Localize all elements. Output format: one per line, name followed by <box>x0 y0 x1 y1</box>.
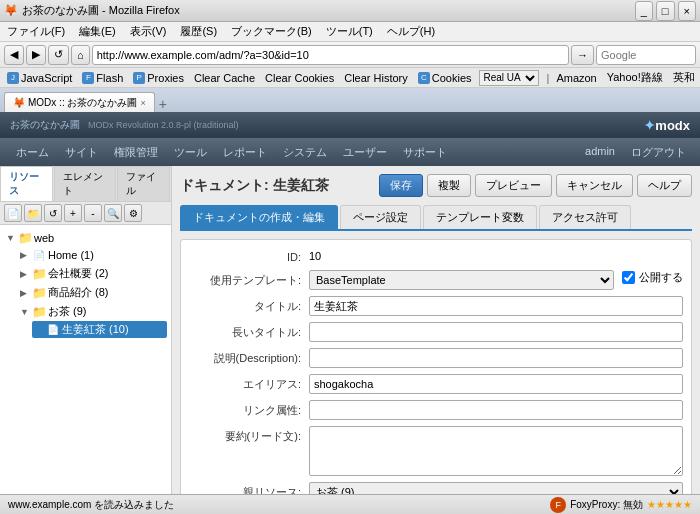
bookmark-flash[interactable]: F Flash <box>79 71 126 85</box>
tree-node-web-label[interactable]: ▼ 📁 web <box>4 230 167 246</box>
menu-help[interactable]: ヘルプ(H) <box>384 23 438 40</box>
expand-button[interactable]: + <box>64 204 82 222</box>
tree-node-products-label[interactable]: ▶ 📁 商品紹介 (8) <box>18 284 167 301</box>
bookmark-clear-history[interactable]: Clear History <box>341 71 411 85</box>
nav-tools[interactable]: ツール <box>166 145 215 160</box>
window-title: お茶のなかみ圃 - Mozilla Firefox <box>22 3 180 18</box>
publish-label: 公開する <box>639 270 683 285</box>
tab-page-settings[interactable]: ページ設定 <box>340 205 421 229</box>
active-tab[interactable]: 🦊 MODx :: お茶のなかみ圃 × <box>4 92 155 112</box>
tree-node-company-label[interactable]: ▶ 📁 会社概要 (2) <box>18 265 167 282</box>
folder-icon: 📁 <box>32 305 46 319</box>
form-section: ID: 10 使用テンプレート: BaseTemplate 公開する タイトル: <box>180 239 692 494</box>
bookmark-yahoo[interactable]: Yahoo!路線 <box>604 69 666 86</box>
bookmark-cookies[interactable]: C Cookies <box>415 71 475 85</box>
refresh-button[interactable]: ↺ <box>44 204 62 222</box>
long-title-input[interactable] <box>309 322 683 342</box>
minimize-button[interactable]: _ <box>635 1 653 21</box>
nav-user[interactable]: ユーザー <box>335 145 395 160</box>
bookmark-clear-cache[interactable]: Clear Cache <box>191 71 258 85</box>
home-button[interactable]: ⌂ <box>71 45 90 65</box>
bookmark-proxies[interactable]: P Proxies <box>130 71 187 85</box>
real-ua-select[interactable]: Real UA <box>479 70 539 86</box>
address-bar[interactable] <box>92 45 569 65</box>
help-button[interactable]: ヘルプ <box>637 174 692 197</box>
cancel-button[interactable]: キャンセル <box>556 174 633 197</box>
preview-button[interactable]: プレビュー <box>475 174 552 197</box>
search-tree-button[interactable]: 🔍 <box>104 204 122 222</box>
bookmarks-bar: J JavaScript F Flash P Proxies Clear Cac… <box>0 68 700 88</box>
copy-button[interactable]: 複製 <box>427 174 471 197</box>
tab-elements[interactable]: エレメント <box>54 166 116 201</box>
tab-bar: 🦊 MODx :: お茶のなかみ圃 × + <box>0 88 700 112</box>
new-folder-button[interactable]: 📁 <box>24 204 42 222</box>
maximize-button[interactable]: □ <box>656 1 675 21</box>
collapse-button[interactable]: - <box>84 204 102 222</box>
nav-site[interactable]: サイト <box>57 145 106 160</box>
folder-icon: 📁 <box>18 231 32 245</box>
bookmark-icon: C <box>418 72 430 84</box>
id-label: ID: <box>189 248 309 263</box>
bookmark-clear-cookies[interactable]: Clear Cookies <box>262 71 337 85</box>
title-input[interactable] <box>309 296 683 316</box>
parent-label: 親リソース: <box>189 482 309 494</box>
document-tabs: ドキュメントの作成・編集 ページ設定 テンプレート変数 アクセス許可 <box>180 205 692 231</box>
description-label: 説明(Description): <box>189 348 309 366</box>
menu-bar: ファイル(F) 編集(E) 表示(V) 履歴(S) ブックマーク(B) ツール(… <box>0 22 700 42</box>
nav-system[interactable]: システム <box>275 145 335 160</box>
bookmark-label: Proxies <box>147 72 184 84</box>
publish-checkbox[interactable] <box>622 271 635 284</box>
menu-view[interactable]: 表示(V) <box>127 23 170 40</box>
expand-icon: ▼ <box>20 307 30 317</box>
alias-input[interactable] <box>309 374 683 394</box>
foxy-icon: F <box>550 497 566 513</box>
tab-access[interactable]: アクセス許可 <box>539 205 631 229</box>
tab-template-vars[interactable]: テンプレート変数 <box>423 205 537 229</box>
parent-select[interactable]: お茶 (9) <box>309 482 683 494</box>
go-button[interactable]: → <box>571 45 594 65</box>
menu-bookmarks[interactable]: ブックマーク(B) <box>228 23 315 40</box>
reload-button[interactable]: ↺ <box>48 45 69 65</box>
tab-files[interactable]: ファイル <box>117 166 170 201</box>
menu-history[interactable]: 履歴(S) <box>177 23 220 40</box>
menu-tools[interactable]: ツール(T) <box>323 23 376 40</box>
tree-label: 会社概要 (2) <box>48 266 109 281</box>
tree-node-home-label[interactable]: ▶ 📄 Home (1) <box>18 247 167 263</box>
menu-edit[interactable]: 編集(E) <box>76 23 119 40</box>
tree-label: web <box>34 232 54 244</box>
back-button[interactable]: ◀ <box>4 45 24 65</box>
bookmark-eiwa[interactable]: 英和 <box>670 69 698 86</box>
doc-buttons: 保存 複製 プレビュー キャンセル ヘルプ <box>379 174 692 197</box>
summary-textarea[interactable] <box>309 426 683 476</box>
tree-node-ginger-tea-label[interactable]: 📄 生姜紅茶 (10) <box>32 321 167 338</box>
summary-label: 要約(リード文): <box>189 426 309 444</box>
menu-file[interactable]: ファイル(F) <box>4 23 68 40</box>
bookmark-amazon[interactable]: Amazon <box>553 71 599 85</box>
forward-button[interactable]: ▶ <box>26 45 46 65</box>
doc-header: ドキュメント: 生姜紅茶 保存 複製 プレビュー キャンセル ヘルプ <box>180 174 692 197</box>
description-input[interactable] <box>309 348 683 368</box>
tab-resources[interactable]: リソース <box>0 166 53 201</box>
bookmark-javascript[interactable]: J JavaScript <box>4 71 75 85</box>
browser-toolbar: ◀ ▶ ↺ ⌂ → <box>0 42 700 68</box>
nav-permissions[interactable]: 権限管理 <box>106 145 166 160</box>
left-panel-tabs: リソース エレメント ファイル <box>0 166 171 202</box>
nav-report[interactable]: レポート <box>215 145 275 160</box>
search-input[interactable] <box>596 45 696 65</box>
settings-tree-button[interactable]: ⚙ <box>124 204 142 222</box>
tree-label: 生姜紅茶 (10) <box>62 322 129 337</box>
save-button[interactable]: 保存 <box>379 174 423 197</box>
left-toolbar: 📄 📁 ↺ + - 🔍 ⚙ <box>0 202 171 225</box>
link-attr-input[interactable] <box>309 400 683 420</box>
tree-node-tea-label[interactable]: ▼ 📁 お茶 (9) <box>18 303 167 320</box>
tab-close-button[interactable]: × <box>140 98 145 108</box>
new-tab-button[interactable]: + <box>157 96 169 112</box>
nav-home[interactable]: ホーム <box>8 145 57 160</box>
new-doc-button[interactable]: 📄 <box>4 204 22 222</box>
close-window-button[interactable]: × <box>678 1 696 21</box>
rating-stars: ★★★★★ <box>647 499 692 510</box>
nav-support[interactable]: サポート <box>395 145 455 160</box>
tab-edit[interactable]: ドキュメントの作成・編集 <box>180 205 338 229</box>
logout-button[interactable]: ログアウト <box>625 145 692 160</box>
template-select[interactable]: BaseTemplate <box>309 270 614 290</box>
